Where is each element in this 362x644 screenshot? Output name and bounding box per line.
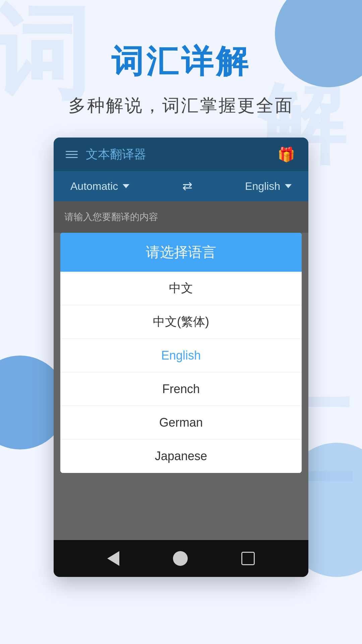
translation-input-area[interactable]: 请输入您要翻译的内容 [54,201,308,233]
source-lang-label: Automatic [70,180,118,193]
dialog-language-item[interactable]: French [60,372,302,406]
header-left: 文本翻译器 [66,146,146,163]
back-nav-button[interactable] [107,551,119,566]
gray-background-area [54,473,308,540]
recent-nav-icon [241,552,255,565]
home-nav-button[interactable] [173,551,188,566]
dialog-language-item-text: German [159,416,203,430]
hamburger-line-2 [66,154,78,155]
source-lang-dropdown-arrow [123,184,129,188]
dialog-language-item-text: French [162,382,200,396]
dialog-header-text: 请选择语言 [146,244,216,260]
target-lang-button[interactable]: English [245,180,292,193]
dialog-language-item-text: 中文 [169,280,193,297]
swap-languages-button[interactable]: ⇄ [182,179,192,193]
dialog-language-item[interactable]: English [60,339,302,372]
language-dialog: 请选择语言 中文中文(繁体)EnglishFrenchGermanJapanes… [60,233,302,473]
hero-section: 词汇详解 多种解说，词汇掌握更全面 [68,0,294,138]
target-lang-dropdown-arrow [285,184,292,188]
app-mockup: 文本翻译器 🎁 Automatic ⇄ English 请输入您要翻译的内容 [54,138,308,577]
app-body: 请输入您要翻译的内容 请选择语言 中文中文(繁体)EnglishFrenchGe… [54,201,308,540]
dialog-header: 请选择语言 [60,233,302,272]
app-header-title: 文本翻译器 [86,146,146,163]
lang-selector-bar: Automatic ⇄ English [54,171,308,201]
hero-subtitle: 多种解说，词汇掌握更全面 [68,94,294,117]
input-placeholder-text: 请输入您要翻译的内容 [64,212,158,222]
dialog-language-item[interactable]: 中文 [60,272,302,305]
hamburger-line-3 [66,157,78,158]
hero-title: 词汇详解 [111,40,251,84]
language-dialog-overlay: 请选择语言 中文中文(繁体)EnglishFrenchGermanJapanes… [54,233,308,473]
app-header: 文本翻译器 🎁 [54,138,308,171]
back-nav-icon [107,551,119,566]
hamburger-line-1 [66,151,78,152]
dialog-language-list: 中文中文(繁体)EnglishFrenchGermanJapanese [60,272,302,473]
home-nav-icon [173,551,188,566]
page-content: 词汇详解 多种解说，词汇掌握更全面 文本翻译器 🎁 Automatic ⇄ [0,0,362,577]
dialog-language-item-text: Japanese [155,449,207,463]
app-bottom-nav [54,540,308,577]
gift-icon[interactable]: 🎁 [276,144,296,164]
recent-nav-button[interactable] [241,552,255,565]
target-lang-label: English [245,180,280,193]
dialog-language-item-text: English [161,348,201,363]
dialog-language-item[interactable]: German [60,406,302,439]
hamburger-menu-icon[interactable] [66,151,78,158]
dialog-language-item[interactable]: Japanese [60,439,302,473]
dialog-language-item-text: 中文(繁体) [153,314,209,330]
dialog-language-item[interactable]: 中文(繁体) [60,305,302,339]
source-lang-button[interactable]: Automatic [70,180,129,193]
